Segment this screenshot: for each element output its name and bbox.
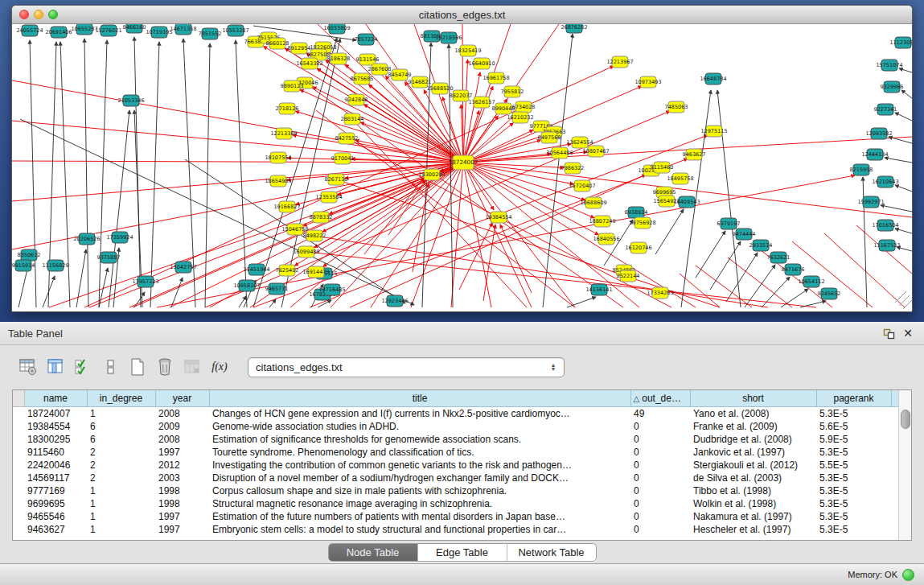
cell-pr[interactable]: 5.3E-5 [816, 510, 891, 523]
cell-short[interactable]: Stergiakouli et al. (2012) [690, 459, 816, 472]
cell-in[interactable]: 1 [87, 407, 155, 421]
citation-edge-black[interactable] [134, 37, 141, 307]
cell-in[interactable]: 1 [87, 523, 155, 536]
cell-out[interactable]: 49 [630, 407, 690, 421]
tab-edge-table[interactable]: Edge Table [417, 544, 507, 561]
cell-short[interactable]: Hescheler et al. (1997) [690, 523, 816, 536]
cell-name[interactable]: 14569117 [24, 472, 87, 484]
citation-edge-black[interactable] [655, 209, 684, 254]
cell-pr[interactable]: 5.3E-5 [816, 523, 891, 536]
tab-node-table[interactable]: Node Table [329, 544, 417, 561]
cell-out[interactable]: 0 [630, 446, 690, 459]
cell-title[interactable]: Embryonic stem cells: a model to study s… [209, 523, 630, 536]
column-header-pagerank[interactable]: pagerank [816, 390, 891, 407]
citation-edge-red[interactable] [360, 122, 463, 163]
citation-edge-black[interactable] [84, 39, 88, 307]
cell-pr[interactable]: 5.5E-5 [816, 459, 891, 472]
cell-short[interactable]: de Silva et al. (2003) [690, 472, 816, 484]
cell-year[interactable]: 2003 [155, 472, 209, 484]
minimize-window-button[interactable] [34, 10, 43, 19]
cell-name[interactable]: 9115460 [24, 446, 87, 459]
cell-out[interactable]: 0 [630, 484, 690, 497]
citation-edge-red[interactable] [12, 163, 463, 201]
citation-edge-red[interactable] [157, 175, 855, 307]
cell-year[interactable]: 1997 [155, 446, 209, 459]
cell-short[interactable]: Tibbo et al. (1998) [690, 484, 816, 497]
citation-edge-black[interactable] [881, 205, 912, 212]
cell-short[interactable]: Yano et al. (2008) [690, 407, 816, 421]
scrollbar-thumb[interactable] [901, 410, 910, 429]
select-columns-button[interactable] [43, 356, 68, 378]
cell-in[interactable]: 2 [87, 459, 155, 472]
import-table-button[interactable] [180, 356, 204, 378]
float-panel-icon[interactable] [882, 328, 895, 340]
citation-edge-black[interactable] [717, 90, 741, 307]
column-header-out-degree[interactable]: △out_de… [630, 390, 690, 407]
column-header-short[interactable]: short [690, 390, 816, 407]
citation-edge-red[interactable] [696, 266, 752, 307]
citation-edge-black[interactable] [895, 185, 912, 192]
citation-edge-black[interactable] [781, 289, 808, 307]
close-panel-icon[interactable]: ✕ [903, 328, 913, 339]
cell-name[interactable]: 18300295 [24, 433, 87, 446]
close-window-button[interactable] [19, 10, 29, 19]
table-row[interactable]: 1830029562008Estimation of significance … [13, 433, 901, 446]
function-builder-button[interactable]: f(x) [207, 356, 232, 378]
cell-pr[interactable]: 5.3E-5 [816, 484, 891, 497]
table-row[interactable]: 969969511998Structural magnetic resonanc… [13, 497, 901, 510]
network-canvas[interactable]: 2405572420691406106552871527602184661601… [12, 24, 912, 311]
cell-short[interactable]: Nakamura et al. (1997) [690, 510, 816, 523]
cell-out[interactable]: 0 [630, 510, 690, 523]
cell-name[interactable]: 19384554 [24, 420, 87, 433]
citation-edge-black[interactable] [885, 158, 912, 163]
create-column-button[interactable] [125, 356, 150, 378]
citation-edge-red[interactable] [371, 163, 463, 307]
citation-edge-red[interactable] [728, 257, 792, 307]
cell-short[interactable]: Franke et al. (2009) [690, 420, 816, 433]
cell-in[interactable]: 6 [87, 420, 155, 433]
citation-edge-red[interactable] [347, 138, 671, 307]
cell-name[interactable]: 9463627 [24, 523, 87, 536]
zoom-window-button[interactable] [48, 10, 58, 19]
row-height-button[interactable] [98, 356, 122, 378]
table-row[interactable]: 1456911722003Disruption of a novel membe… [13, 472, 901, 484]
citation-edge-black[interactable] [134, 292, 145, 307]
cell-out[interactable]: 0 [630, 420, 690, 433]
cell-year[interactable]: 1998 [155, 484, 209, 497]
cell-name[interactable]: 9465546 [24, 510, 87, 523]
cell-in[interactable]: 1 [87, 484, 155, 497]
citation-edge-black[interactable] [18, 266, 28, 307]
cell-out[interactable]: 0 [630, 472, 690, 484]
column-header-year[interactable]: year [155, 390, 209, 407]
cell-year[interactable]: 1997 [155, 510, 209, 523]
cell-out[interactable]: 0 [630, 497, 690, 510]
node-table[interactable]: name in_degree year title △out_de… short… [12, 389, 912, 541]
network-view-window[interactable]: citations_edges.txt 24055724206914061065… [11, 5, 913, 312]
cell-in[interactable]: 2 [87, 446, 155, 459]
citation-edge-black[interactable] [150, 42, 159, 307]
cell-out[interactable]: 0 [630, 523, 690, 536]
cell-title[interactable]: Genome-wide association studies in ADHD. [209, 420, 630, 433]
cell-out[interactable]: 0 [630, 433, 690, 446]
table-row[interactable]: 911546021997Tourette syndrome. Phenomeno… [13, 446, 901, 459]
citation-edge-black[interactable] [899, 68, 912, 72]
cell-title[interactable]: Changes of HCN gene expression and I(f) … [209, 407, 630, 421]
cell-out[interactable]: 0 [630, 459, 690, 472]
cell-pr[interactable]: 5.9E-5 [816, 433, 891, 446]
citation-edge-black[interactable] [895, 113, 912, 121]
column-header-title[interactable]: title [209, 390, 630, 407]
citation-edge-black[interactable] [99, 40, 107, 307]
cell-pr[interactable]: 5.3E-5 [816, 472, 891, 484]
cell-pr[interactable]: 5.3E-5 [816, 407, 891, 421]
table-vertical-scrollbar[interactable] [898, 390, 911, 540]
citation-edge-black[interactable] [20, 119, 414, 305]
cell-short[interactable]: Jankovic et al. (1997) [690, 446, 816, 459]
table-selector-combobox[interactable]: citations_edges.txt ▲▼ [248, 357, 565, 377]
citation-edge-black[interactable] [109, 110, 129, 307]
citation-edge-red[interactable] [133, 86, 642, 307]
cell-name[interactable]: 22420046 [24, 459, 87, 472]
cell-name[interactable]: 9699695 [24, 497, 87, 510]
cell-title[interactable]: Estimation of the future numbers of pati… [209, 510, 630, 523]
table-row[interactable]: 2242004622012Investigating the contribut… [13, 459, 901, 472]
cell-short[interactable]: Wolkin et al. (1998) [690, 497, 816, 510]
